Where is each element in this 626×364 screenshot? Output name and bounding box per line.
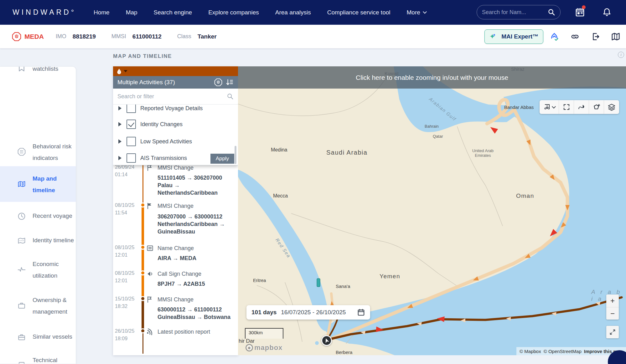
filter-row-low-speed-activities[interactable]: Low Speed Activities	[113, 135, 238, 148]
attribution-osm[interactable]: © OpenStreetMap	[544, 349, 582, 354]
zoom-hint-banner[interactable]: Click here to enable zooming in/out with…	[238, 66, 626, 89]
nav-item-map[interactable]: Map	[126, 9, 137, 16]
global-search-input[interactable]	[482, 9, 548, 16]
timeline-dot[interactable]	[140, 203, 145, 208]
content-area: MAP AND TIMELINE i watchlists Behavioral…	[0, 49, 626, 364]
nav-items: Home Map Search engine Explore companies…	[94, 9, 426, 16]
expand-arrow-icon[interactable]	[118, 122, 122, 126]
activities-title: Multiple Activities (37)	[117, 79, 211, 86]
days-count: 101 days	[251, 309, 277, 316]
class-label: Class	[177, 33, 191, 40]
mapbox-logo[interactable]: ◆ mapbox	[246, 344, 282, 352]
route-tool-button[interactable]	[574, 100, 589, 114]
chevron-down-icon	[423, 10, 427, 14]
nav-item-home[interactable]: Home	[94, 9, 110, 16]
checkbox-low-speed-activities[interactable]	[127, 137, 136, 146]
checkbox-identity-changes[interactable]	[127, 120, 136, 129]
mai-expert-button[interactable]: ✦✦ MAI Expert™	[484, 29, 543, 44]
timeline-dot[interactable]	[140, 270, 145, 275]
vessel-header-bar: MEDA IMO 8818219 MMSI 611000112 Class Ta…	[0, 25, 626, 49]
page-title: MAP AND TIMELINE	[113, 53, 172, 59]
risk-indicators-icon	[18, 148, 26, 156]
clock-icon	[18, 212, 26, 220]
notifications-bell-button[interactable]	[601, 6, 613, 18]
copy-link-button[interactable]	[569, 30, 581, 43]
expand-arrow-icon[interactable]	[118, 139, 122, 144]
timeline-line-thin-bottom	[142, 331, 143, 354]
identity-map-icon	[18, 237, 26, 245]
position-signal-icon	[146, 328, 154, 336]
activities-search-input[interactable]	[117, 93, 227, 100]
risk-filter-icon[interactable]	[214, 78, 222, 86]
document-icon	[18, 361, 26, 364]
chevron-down-icon	[552, 105, 556, 109]
expand-arrow-icon[interactable]	[118, 156, 122, 160]
pulse-icon	[18, 265, 26, 274]
expand-arrow-icon[interactable]	[118, 106, 122, 110]
select-area-button[interactable]	[559, 100, 574, 114]
lake	[315, 341, 319, 345]
map-toolbar	[540, 100, 619, 114]
map-scale: 300km	[245, 328, 283, 339]
droplet-icon	[117, 69, 122, 74]
area-marker	[317, 279, 320, 287]
map-attribution: © Mapbox © OpenStreetMap Improve this ma…	[516, 347, 626, 355]
news-feed-button[interactable]	[574, 6, 586, 18]
nav-item-area-analysis[interactable]: Area analysis	[275, 9, 311, 16]
checkbox-reported-voyage-details[interactable]	[127, 104, 136, 113]
nav-item-explore-companies[interactable]: Explore companies	[208, 9, 259, 16]
apply-button[interactable]: Apply	[210, 154, 234, 164]
download-map-button[interactable]	[540, 100, 559, 114]
search-icon	[227, 93, 234, 100]
watchlist-icon	[18, 66, 26, 72]
activities-header: Multiple Activities (37)	[113, 76, 238, 89]
nav-item-compliance-service-tool[interactable]: Compliance service tool	[327, 9, 391, 16]
notification-dot	[582, 5, 586, 9]
top-navigation: WINDWARD° Home Map Search engine Explore…	[0, 0, 626, 25]
global-search[interactable]	[477, 5, 561, 19]
windward-app: WINDWARD° Home Map Search engine Explore…	[0, 0, 626, 364]
caret-down-icon	[124, 70, 127, 72]
zoom-out-button[interactable]: −	[606, 307, 619, 320]
zoom-in-button[interactable]: +	[606, 295, 619, 307]
layers-button[interactable]	[604, 100, 619, 114]
info-icon[interactable]: i	[618, 52, 624, 58]
nav-more-menu[interactable]: More	[407, 9, 426, 16]
class-value: Tanker	[198, 33, 217, 40]
vessel-identity: MEDA IMO 8818219 MMSI 611000112 Class Ta…	[12, 32, 229, 41]
checkbox-ais-transmissions[interactable]	[127, 153, 136, 163]
timeline-dot[interactable]	[140, 296, 145, 301]
date-range-chip[interactable]: 101 days 16/07/2025 - 26/10/2025	[246, 305, 370, 320]
activities-panel: Multiple Activities (37) R	[113, 66, 238, 355]
mapbox-icon: ◆	[246, 344, 253, 351]
attribution-mapbox[interactable]: © Mapbox	[520, 349, 541, 354]
dropdown-scrollbar[interactable]	[235, 146, 236, 164]
map-zoom-controls: + −	[606, 295, 619, 320]
layer-selector-bar[interactable]	[113, 66, 238, 76]
compliance-check-button[interactable]	[548, 30, 561, 43]
export-button[interactable]	[589, 30, 602, 43]
briefcase-icon	[18, 301, 26, 310]
map-container[interactable]: Kuwait Shiraz Arabian Gulf Bandar Abbas …	[238, 66, 626, 355]
filter-row-identity-changes[interactable]: Identity Changes	[113, 117, 238, 131]
mmsi-label: MMSI	[111, 33, 126, 40]
timeline-dot[interactable]	[140, 245, 145, 250]
vessel-position-marker[interactable]	[321, 335, 332, 346]
search-icon	[548, 8, 555, 16]
activities-search[interactable]	[113, 89, 238, 105]
sort-icon[interactable]	[225, 78, 234, 86]
windward-logo: WINDWARD°	[13, 8, 76, 17]
timeline-line-orange	[142, 205, 144, 299]
flag-icon	[146, 202, 154, 210]
nav-item-search-engine[interactable]: Search engine	[154, 9, 192, 16]
call-sign-icon	[146, 270, 154, 278]
timeline-line-brown	[142, 299, 144, 331]
name-change-icon	[146, 244, 154, 252]
timeline-dot[interactable]	[140, 328, 145, 333]
calendar-icon[interactable]	[357, 308, 365, 316]
expand-map-button[interactable]	[606, 326, 619, 338]
open-map-button[interactable]	[609, 30, 622, 43]
draw-polygon-button[interactable]	[589, 100, 604, 114]
mai-expert-label: MAI Expert™	[501, 33, 538, 40]
date-range: 16/07/2025 - 26/10/2025	[281, 309, 346, 316]
